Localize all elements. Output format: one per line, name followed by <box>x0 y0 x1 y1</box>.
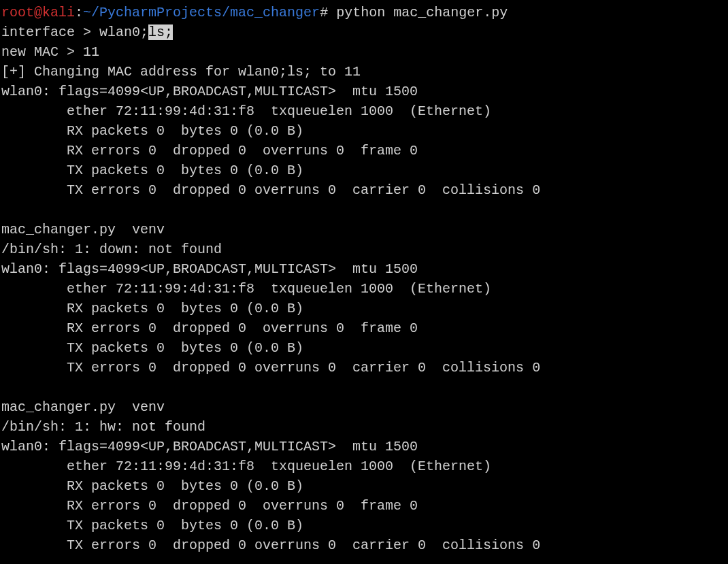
blank-line-2 <box>1 378 727 397</box>
ifconfig-header-3: wlan0: flags=4099<UP,BROADCAST,MULTICAST… <box>1 437 727 457</box>
interface-prefix: interface > wlan0; <box>1 24 148 40</box>
terminal-output[interactable]: root@kali:~/PycharmProjects/mac_changer#… <box>1 3 727 555</box>
prompt-line: root@kali:~/PycharmProjects/mac_changer#… <box>1 3 727 22</box>
ifconfig-rxer-1: RX errors 0 dropped 0 overruns 0 frame 0 <box>1 141 727 161</box>
prompt-host: kali <box>42 5 75 20</box>
ifconfig-header-2: wlan0: flags=4099<UP,BROADCAST,MULTICAST… <box>1 259 727 279</box>
ifconfig-txpk-2: TX packets 0 bytes 0 (0.0 B) <box>1 338 727 358</box>
ls-output-2: mac_changer.py venv <box>1 397 727 417</box>
prompt-at: @ <box>34 5 42 20</box>
new-mac-input-line: new MAC > 11 <box>1 42 727 62</box>
error-hw: /bin/sh: 1: hw: not found <box>1 417 727 437</box>
ifconfig-txer-3: TX errors 0 dropped 0 overruns 0 carrier… <box>1 535 727 555</box>
prompt-hash: # <box>320 5 328 20</box>
ifconfig-rxpk-3: RX packets 0 bytes 0 (0.0 B) <box>1 476 727 496</box>
changing-message: [+] Changing MAC address for wlan0;ls; t… <box>1 62 727 82</box>
error-down: /bin/sh: 1: down: not found <box>1 239 727 259</box>
ifconfig-txpk-1: TX packets 0 bytes 0 (0.0 B) <box>1 161 727 180</box>
ifconfig-ether-3: ether 72:11:99:4d:31:f8 txqueuelen 1000 … <box>1 457 727 476</box>
ifconfig-txpk-3: TX packets 0 bytes 0 (0.0 B) <box>1 516 727 535</box>
prompt-user: root <box>1 5 34 20</box>
ifconfig-ether-2: ether 72:11:99:4d:31:f8 txqueuelen 1000 … <box>1 279 727 299</box>
blank-line-1 <box>1 200 727 220</box>
ifconfig-rxer-3: RX errors 0 dropped 0 overruns 0 frame 0 <box>1 496 727 516</box>
command-text: python mac_changer.py <box>328 5 508 20</box>
ls-output-1: mac_changer.py venv <box>1 220 727 239</box>
ifconfig-txer-2: TX errors 0 dropped 0 overruns 0 carrier… <box>1 358 727 378</box>
ifconfig-txer-1: TX errors 0 dropped 0 overruns 0 carrier… <box>1 180 727 200</box>
text-selection: ls; <box>148 24 173 40</box>
ifconfig-rxpk-1: RX packets 0 bytes 0 (0.0 B) <box>1 121 727 141</box>
interface-input-line: interface > wlan0;ls; <box>1 22 727 42</box>
prompt-colon: : <box>75 5 83 20</box>
prompt-path: ~/PycharmProjects/mac_changer <box>83 5 320 20</box>
ifconfig-header-1: wlan0: flags=4099<UP,BROADCAST,MULTICAST… <box>1 82 727 101</box>
ifconfig-ether-1: ether 72:11:99:4d:31:f8 txqueuelen 1000 … <box>1 101 727 121</box>
ifconfig-rxer-2: RX errors 0 dropped 0 overruns 0 frame 0 <box>1 318 727 338</box>
ifconfig-rxpk-2: RX packets 0 bytes 0 (0.0 B) <box>1 299 727 318</box>
